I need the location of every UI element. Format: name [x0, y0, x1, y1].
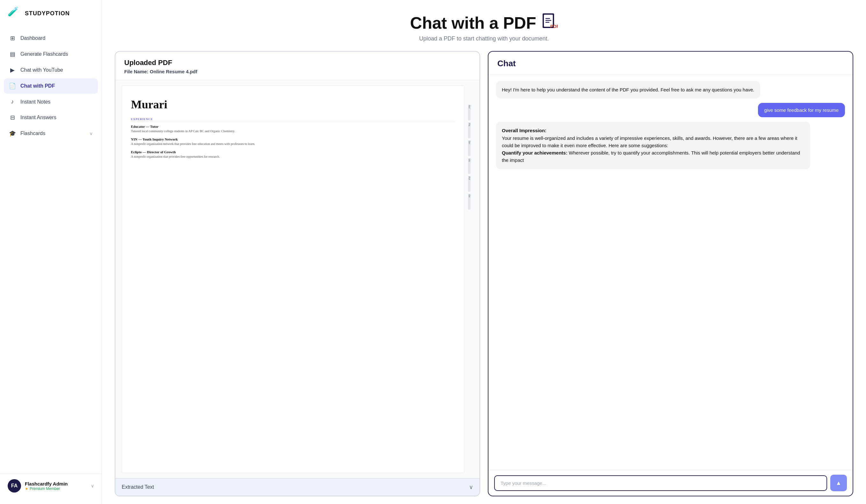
footer-chevron-icon: ∨ — [91, 483, 94, 489]
chat-panel-header: Chat — [488, 52, 853, 75]
sidebar: 🧪 STUDYPOTION ⊞ Dashboard ▤ Generate Fla… — [0, 0, 102, 504]
pdf-icon: 📄 — [9, 82, 16, 90]
pdf-entry-desc-1: A nonprofit organization network that pr… — [131, 142, 455, 146]
user-info: Flashcardfy Admin Premium Member — [25, 481, 87, 491]
pdf-panel-header: Uploaded PDF File Name: Online Resume 4.… — [115, 52, 479, 80]
pdf-tag-2: Sin — [468, 140, 470, 156]
send-icon: ▲ — [836, 480, 842, 486]
sidebar-item-generate-flashcards[interactable]: ▤ Generate Flashcards — [4, 46, 98, 62]
pdf-panel: Uploaded PDF File Name: Online Resume 4.… — [115, 51, 480, 496]
user-badge: Premium Member — [25, 486, 87, 491]
chat-input-area: ▲ — [488, 470, 853, 496]
nav-menu: ⊞ Dashboard ▤ Generate Flashcards ▶ Chat… — [0, 31, 102, 474]
flashcards-icon: 🎓 — [9, 130, 16, 137]
notes-icon: ♪ — [9, 99, 16, 105]
pdf-large-icon: PDF — [541, 13, 558, 33]
pdf-entry-title-1: YIN — Youth Inquiry Network — [131, 137, 455, 141]
page-header: Chat with a PDF PDF Upload a PDF to star… — [102, 0, 866, 51]
chat-panel-title: Chat — [497, 59, 844, 68]
chat-send-button[interactable]: ▲ — [830, 475, 847, 491]
main-content: Chat with a PDF PDF Upload a PDF to star… — [102, 0, 866, 504]
pdf-entry-2: Eclipto — Director of Growth A nonprofit… — [131, 150, 455, 159]
avatar: FA — [8, 479, 21, 493]
sidebar-item-label: Generate Flashcards — [20, 51, 68, 57]
sidebar-item-label: Chat with PDF — [20, 83, 55, 89]
sidebar-item-dashboard[interactable]: ⊞ Dashboard — [4, 31, 98, 46]
pdf-tag-0: Act — [468, 104, 470, 121]
sidebar-item-instant-notes[interactable]: ♪ Instant Notes — [4, 94, 98, 109]
answers-icon: ⊟ — [9, 114, 16, 121]
logo-text: STUDYPOTION — [25, 10, 70, 17]
sidebar-item-instant-answers[interactable]: ⊟ Instant Answers — [4, 110, 98, 125]
svg-text:PDF: PDF — [550, 24, 558, 29]
file-name-label: File Name: — [124, 69, 148, 74]
file-name-text: Online Resume 4.pdf — [150, 69, 197, 74]
sidebar-item-chat-pdf[interactable]: 📄 Chat with PDF — [4, 78, 98, 94]
pdf-doc-name: Murari — [131, 98, 455, 111]
content-area: Uploaded PDF File Name: Online Resume 4.… — [102, 51, 866, 504]
chat-panel: Chat Hey! I'm here to help you understan… — [488, 51, 853, 496]
sidebar-item-label: Flashcards — [20, 131, 45, 136]
sidebar-item-label: Instant Notes — [20, 99, 50, 105]
dashboard-icon: ⊞ — [9, 35, 16, 42]
user-profile[interactable]: FA Flashcardfy Admin Premium Member ∨ — [0, 474, 102, 497]
sidebar-item-label: Dashboard — [20, 35, 45, 41]
pdf-sidebar-tags: Act Pla Sin Vio Rol Ski — [468, 86, 473, 473]
generate-flashcards-icon: ▤ — [9, 51, 16, 58]
sidebar-item-flashcards[interactable]: 🎓 Flashcards ∨ — [4, 126, 98, 141]
user-name: Flashcardfy Admin — [25, 481, 87, 486]
logo: 🧪 STUDYPOTION — [0, 7, 102, 31]
chat-messages: Hey! I'm here to help you understand the… — [488, 75, 853, 470]
pdf-panel-title: Uploaded PDF — [124, 59, 470, 67]
extracted-text-label: Extracted Text — [122, 484, 154, 490]
pdf-section-experience: EXPERIENCE — [131, 117, 455, 122]
pdf-tag-5: Ski — [468, 194, 470, 210]
pdf-entry-title-0: Educator — Tutor — [131, 125, 455, 128]
youtube-icon: ▶ — [9, 67, 16, 74]
pdf-entry-desc-0: Tutored local community college students… — [131, 129, 455, 134]
chat-message-user-1: give some feedback for my resume — [758, 103, 845, 117]
chat-message-input[interactable] — [494, 475, 827, 491]
chat-message-bot-2: Overall Impression: Your resume is well-… — [496, 122, 810, 169]
logo-icon: 🧪 — [8, 7, 22, 20]
chat-message-bot-0: Hey! I'm here to help you understand the… — [496, 81, 760, 99]
sidebar-item-chat-youtube[interactable]: ▶ Chat with YouTube — [4, 63, 98, 78]
extracted-text-chevron-icon: ∨ — [469, 484, 473, 491]
pdf-entry-0: Educator — Tutor Tutored local community… — [131, 125, 455, 134]
pdf-tag-1: Pla — [468, 122, 470, 138]
pdf-entry-desc-2: A nonprofit organization that provides f… — [131, 155, 455, 159]
page-title-text: Chat with a PDF — [410, 13, 536, 33]
sidebar-item-label: Instant Answers — [20, 115, 56, 121]
pdf-tag-4: Rol — [468, 176, 470, 192]
pdf-filename: File Name: Online Resume 4.pdf — [124, 69, 470, 74]
pdf-entry-title-2: Eclipto — Director of Growth — [131, 150, 455, 154]
pdf-preview: Murari EXPERIENCE Educator — Tutor Tutor… — [115, 80, 479, 478]
pdf-tag-3: Vio — [468, 158, 470, 174]
chevron-down-icon: ∨ — [90, 131, 93, 136]
pdf-document[interactable]: Murari EXPERIENCE Educator — Tutor Tutor… — [122, 86, 464, 473]
page-subtitle: Upload a PDF to start chatting with your… — [115, 35, 853, 42]
extracted-text-toggle[interactable]: Extracted Text ∨ — [115, 478, 479, 496]
sidebar-item-label: Chat with YouTube — [20, 67, 63, 73]
pdf-entry-1: YIN — Youth Inquiry Network A nonprofit … — [131, 137, 455, 146]
page-title: Chat with a PDF PDF — [115, 13, 853, 33]
